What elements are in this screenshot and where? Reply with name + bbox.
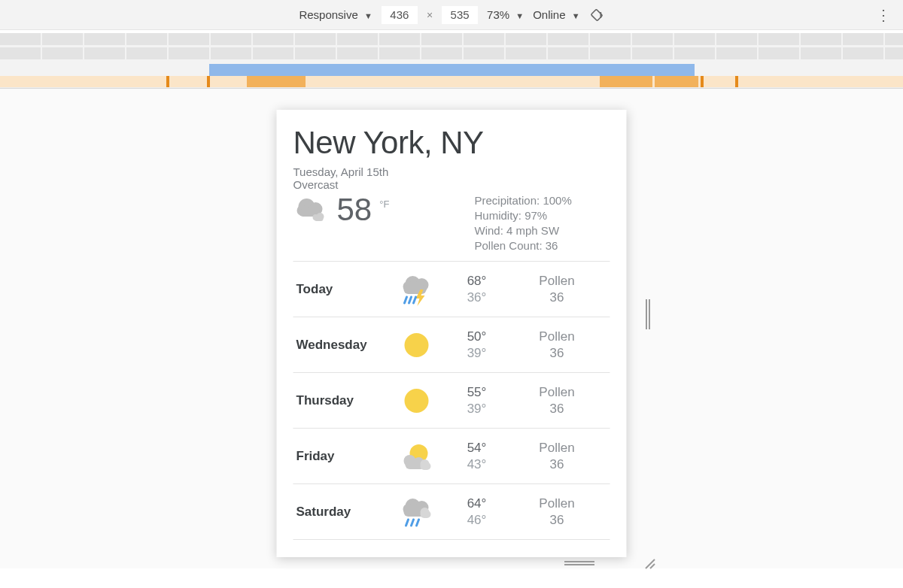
- pollen-value: 36: [507, 345, 607, 361]
- sky-text: Overcast: [293, 178, 610, 191]
- day-pollen: Pollen36: [507, 329, 607, 361]
- pollen-label: Pollen: [507, 273, 607, 289]
- chevron-down-icon: ▼: [515, 11, 524, 20]
- media-query-bar-orange[interactable]: [0, 76, 903, 88]
- pollen-value: 36: [507, 401, 607, 417]
- ruler-ticks-bottom: [0, 47, 903, 59]
- forecast-list: Today68°36°Pollen36Wednesday50°39°Pollen…: [293, 261, 610, 540]
- svg-rect-24: [421, 462, 431, 470]
- rotate-device-icon[interactable]: [589, 8, 604, 23]
- chevron-down-icon: ▼: [572, 11, 580, 20]
- ruler-area: [0, 33, 903, 89]
- overcast-icon: [293, 194, 330, 226]
- pollen-label: Pollen: [507, 440, 607, 456]
- more-options-icon[interactable]: ⋮: [876, 6, 891, 24]
- day-temps: 68°36°: [447, 273, 507, 305]
- day-pollen: Pollen36: [507, 273, 607, 305]
- viewport-width-input[interactable]: [382, 6, 418, 24]
- temp-high: 50°: [447, 329, 507, 344]
- svg-rect-30: [421, 511, 431, 518]
- forecast-row: Today68°36°Pollen36: [293, 262, 610, 317]
- day-name: Thursday: [296, 393, 387, 408]
- rain-icon: [387, 496, 447, 529]
- precip-label: Precipitation:: [475, 194, 540, 207]
- svg-line-15: [409, 297, 412, 303]
- city-name: New York, NY: [293, 125, 610, 161]
- svg-line-32: [412, 520, 414, 526]
- svg-line-34: [646, 559, 655, 568]
- rendered-page: New York, NY Tuesday, April 15th Overcas…: [277, 110, 627, 557]
- humidity-label: Humidity:: [475, 209, 522, 222]
- pollen-value: 36: [507, 456, 607, 472]
- current-conditions: 58 °F Precipitation: 100% Humidity: 97% …: [293, 194, 610, 261]
- day-name: Today: [296, 282, 387, 297]
- current-temp: 58: [337, 194, 372, 226]
- day-temps: 55°39°: [447, 384, 507, 417]
- svg-rect-8: [315, 217, 324, 221]
- temp-low: 39°: [447, 345, 507, 361]
- svg-line-33: [417, 520, 419, 526]
- network-label: Online: [533, 8, 565, 21]
- zoom-dropdown[interactable]: 73% ▼: [487, 8, 524, 21]
- sunny-icon: [387, 329, 447, 362]
- day-pollen: Pollen36: [507, 440, 607, 472]
- temp-high: 64°: [447, 496, 507, 511]
- wind-label: Wind:: [475, 224, 503, 237]
- pollen-value: 36: [507, 512, 607, 528]
- resize-handle-vertical[interactable]: [643, 292, 653, 337]
- day-temps: 64°46°: [447, 496, 507, 528]
- current-temp-unit: °F: [379, 199, 389, 210]
- network-dropdown[interactable]: Online ▼: [533, 8, 579, 21]
- day-name: Saturday: [296, 505, 387, 520]
- viewport-height-input[interactable]: [442, 6, 478, 24]
- forecast-row: Friday54°43°Pollen36: [293, 429, 610, 484]
- pollen-count-label: Pollen Count:: [475, 239, 543, 252]
- day-pollen: Pollen36: [507, 496, 607, 528]
- temp-low: 36°: [447, 289, 507, 305]
- pollen-label: Pollen: [507, 329, 607, 344]
- device-toolbar: Responsive ▼ × 73% ▼ Online ▼ ⋮: [0, 0, 903, 30]
- day-pollen: Pollen36: [507, 384, 607, 417]
- precip-value: 100%: [543, 194, 571, 207]
- chevron-down-icon: ▼: [364, 11, 372, 20]
- svg-line-16: [414, 297, 416, 303]
- partly-sunny-icon: [387, 441, 447, 471]
- temp-low: 39°: [447, 401, 507, 417]
- media-query-bar-blue[interactable]: [0, 64, 903, 76]
- svg-line-14: [405, 297, 407, 303]
- temp-high: 54°: [447, 440, 507, 456]
- svg-line-35: [650, 564, 655, 568]
- svg-point-18: [405, 389, 429, 413]
- resize-handle-corner[interactable]: [643, 556, 656, 570]
- temp-high: 55°: [447, 384, 507, 400]
- ruler-ticks-top: [0, 33, 903, 45]
- day-temps: 54°43°: [447, 440, 507, 472]
- temp-low: 46°: [447, 512, 507, 528]
- responsive-mode-dropdown[interactable]: Responsive ▼: [299, 8, 372, 21]
- forecast-row: Saturday64°46°Pollen36: [293, 484, 610, 540]
- temp-low: 43°: [447, 456, 507, 472]
- pollen-label: Pollen: [507, 384, 607, 400]
- humidity-value: 97%: [524, 209, 547, 222]
- day-name: Wednesday: [296, 338, 387, 353]
- pollen-count-value: 36: [546, 239, 558, 252]
- sunny-icon: [387, 384, 447, 417]
- svg-line-31: [406, 520, 409, 526]
- responsive-mode-label: Responsive: [299, 8, 357, 21]
- svg-point-17: [405, 333, 429, 357]
- day-temps: 50°39°: [447, 329, 507, 361]
- pollen-value: 36: [507, 289, 607, 305]
- pollen-label: Pollen: [507, 496, 607, 511]
- weather-card: New York, NY Tuesday, April 15th Overcas…: [277, 110, 627, 540]
- device-viewport-area: New York, NY Tuesday, April 15th Overcas…: [0, 89, 903, 568]
- svg-line-1: [597, 11, 604, 17]
- resize-handle-horizontal[interactable]: [504, 558, 655, 568]
- zoom-label: 73%: [487, 8, 509, 21]
- dimension-times: ×: [427, 9, 433, 21]
- temp-high: 68°: [447, 273, 507, 289]
- storm-icon: [387, 273, 447, 306]
- date-text: Tuesday, April 15th: [293, 165, 610, 178]
- wind-value: 4 mph SW: [506, 224, 559, 237]
- day-name: Friday: [296, 449, 387, 464]
- forecast-row: Thursday55°39°Pollen36: [293, 373, 610, 429]
